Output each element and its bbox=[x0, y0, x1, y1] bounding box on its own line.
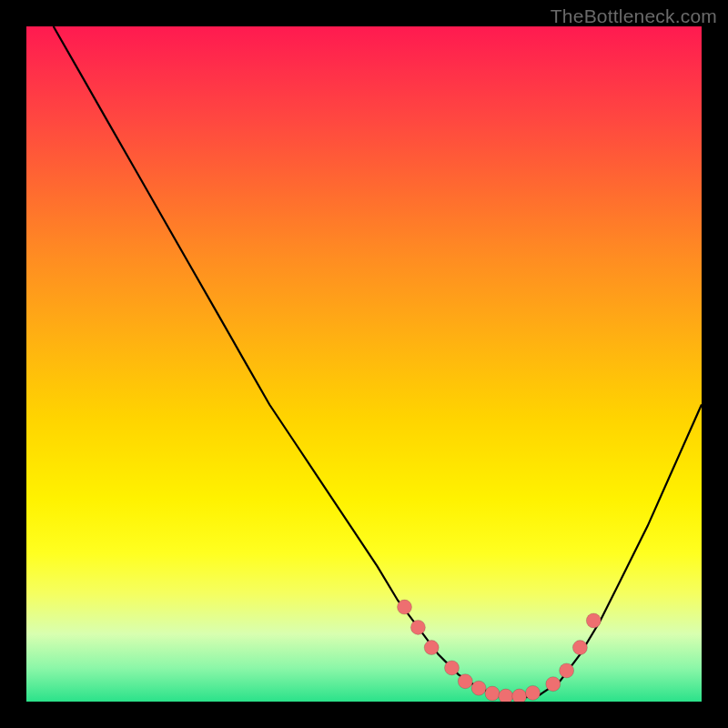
marker-dot bbox=[512, 689, 527, 702]
marker-dot bbox=[410, 620, 425, 634]
marker-dot bbox=[572, 641, 587, 655]
watermark-text: TheBottleneck.com bbox=[551, 5, 717, 27]
chart-svg bbox=[26, 26, 702, 702]
marker-dot bbox=[458, 674, 472, 689]
bottleneck-curve bbox=[54, 26, 702, 698]
marker-dot bbox=[499, 689, 513, 702]
marker-dot bbox=[560, 663, 574, 678]
marker-dot bbox=[445, 661, 460, 675]
chart-area bbox=[26, 26, 702, 702]
marker-dot bbox=[526, 685, 541, 700]
marker-dot bbox=[471, 681, 486, 695]
marker-dot bbox=[586, 613, 601, 628]
marker-dot bbox=[424, 641, 439, 655]
marker-dot bbox=[485, 686, 500, 701]
marker-group bbox=[398, 600, 602, 702]
marker-dot bbox=[546, 677, 561, 692]
marker-dot bbox=[398, 600, 412, 614]
